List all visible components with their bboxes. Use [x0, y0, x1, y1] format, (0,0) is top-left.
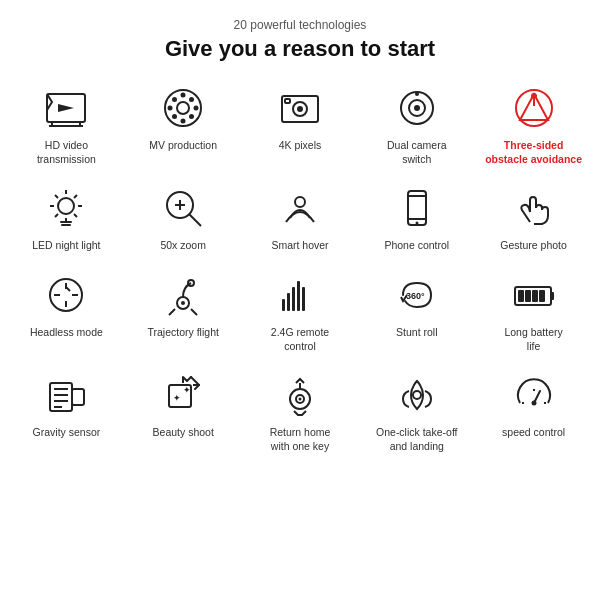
headless-mode-label: Headless mode	[30, 326, 103, 340]
svg-point-25	[58, 198, 74, 214]
long-battery-label: Long batterylife	[504, 326, 562, 353]
feature-mv-production: MV production	[127, 78, 240, 170]
svg-point-7	[181, 119, 186, 124]
dual-camera-icon	[391, 82, 443, 134]
feature-2g-remote: 2.4G remotecontrol	[244, 265, 357, 357]
return-home-icon	[274, 369, 326, 421]
svg-line-37	[189, 214, 201, 226]
feature-headless-mode: Headless mode	[10, 265, 123, 357]
svg-rect-56	[292, 287, 295, 311]
2g-remote-icon	[274, 269, 326, 321]
svg-rect-64	[532, 290, 538, 302]
svg-point-13	[189, 114, 194, 119]
svg-rect-17	[285, 99, 290, 103]
feature-4k-pixels: 4K pixels	[244, 78, 357, 170]
svg-rect-61	[551, 292, 554, 300]
feature-one-click: One-click take-offand landing	[360, 365, 473, 457]
svg-point-20	[414, 105, 420, 111]
feature-return-home: Return homewith one key	[244, 365, 357, 457]
phone-control-label: Phone control	[384, 239, 449, 253]
svg-rect-54	[282, 299, 285, 311]
beauty-shoot-label: Beauty shoot	[153, 426, 214, 440]
svg-rect-67	[72, 389, 84, 405]
svg-point-79	[298, 398, 301, 401]
feature-smart-hover: Smart hover	[244, 178, 357, 257]
smart-hover-label: Smart hover	[271, 239, 328, 253]
svg-point-11	[189, 97, 194, 102]
svg-rect-65	[539, 290, 545, 302]
return-home-label: Return homewith one key	[270, 426, 331, 453]
2g-remote-label: 2.4G remotecontrol	[271, 326, 329, 353]
svg-point-80	[413, 391, 421, 399]
svg-point-12	[172, 114, 177, 119]
svg-line-33	[55, 214, 58, 217]
svg-rect-63	[525, 290, 531, 302]
speed-control-label: speed control	[502, 426, 565, 440]
svg-rect-62	[518, 290, 524, 302]
svg-point-16	[297, 106, 303, 112]
svg-line-30	[55, 195, 58, 198]
headless-mode-icon	[40, 269, 92, 321]
svg-point-82	[531, 401, 536, 406]
4k-pixels-label: 4K pixels	[279, 139, 322, 153]
svg-point-40	[295, 197, 305, 207]
feature-led-night: LED night light	[10, 178, 123, 257]
svg-point-6	[181, 93, 186, 98]
svg-line-31	[74, 214, 77, 217]
feature-gesture-photo: Gesture photo	[477, 178, 590, 257]
svg-text:360°: 360°	[406, 291, 425, 301]
phone-control-icon	[391, 182, 443, 234]
hd-video-icon	[40, 82, 92, 134]
dual-camera-label: Dual cameraswitch	[387, 139, 447, 166]
hd-video-label: HD videotransmission	[37, 139, 96, 166]
gravity-sensor-icon	[40, 369, 92, 421]
svg-line-50	[66, 287, 70, 291]
svg-rect-57	[297, 281, 300, 311]
svg-text:✦: ✦	[183, 385, 191, 395]
led-night-label: LED night light	[32, 239, 100, 253]
feature-phone-control: Phone control	[360, 178, 473, 257]
feature-50x-zoom: 50x zoom	[127, 178, 240, 257]
feature-trajectory-flight: Trajectory flight	[127, 265, 240, 357]
svg-rect-58	[302, 287, 305, 311]
svg-point-9	[194, 106, 199, 111]
gravity-sensor-label: Gravity sensor	[33, 426, 101, 440]
trajectory-flight-icon	[157, 269, 209, 321]
svg-point-52	[181, 301, 185, 305]
svg-point-23	[531, 93, 537, 99]
svg-text:✦: ✦	[173, 393, 181, 403]
gesture-photo-label: Gesture photo	[500, 239, 567, 253]
mv-production-icon	[157, 82, 209, 134]
beauty-shoot-icon: ✦ ✦	[157, 369, 209, 421]
svg-point-44	[415, 222, 418, 225]
svg-rect-55	[287, 293, 290, 311]
trajectory-flight-label: Trajectory flight	[148, 326, 219, 340]
svg-point-8	[168, 106, 173, 111]
gesture-photo-icon	[508, 182, 560, 234]
three-sided-icon	[508, 82, 560, 134]
mv-production-label: MV production	[149, 139, 217, 153]
50x-zoom-icon	[157, 182, 209, 234]
one-click-icon	[391, 369, 443, 421]
page-title: Give you a reason to start	[165, 36, 435, 62]
feature-speed-control: speed control	[477, 365, 590, 457]
feature-three-sided: Three-sidedobstacle avoidance	[477, 78, 590, 170]
page: 20 powerful technologies Give you a reas…	[0, 0, 600, 600]
stunt-roll-label: Stunt roll	[396, 326, 437, 340]
feature-dual-camera: Dual cameraswitch	[360, 78, 473, 170]
svg-point-10	[172, 97, 177, 102]
4k-pixels-icon	[274, 82, 326, 134]
one-click-label: One-click take-offand landing	[376, 426, 458, 453]
long-battery-icon	[508, 269, 560, 321]
page-subtitle: 20 powerful technologies	[234, 18, 367, 32]
svg-line-32	[74, 195, 77, 198]
svg-point-21	[415, 92, 419, 96]
smart-hover-icon	[274, 182, 326, 234]
feature-hd-video: HD videotransmission	[10, 78, 123, 170]
50x-zoom-label: 50x zoom	[160, 239, 206, 253]
speed-control-icon	[508, 369, 560, 421]
feature-long-battery: Long batterylife	[477, 265, 590, 357]
stunt-roll-icon: 360°	[391, 269, 443, 321]
three-sided-label: Three-sidedobstacle avoidance	[485, 139, 582, 166]
feature-gravity-sensor: Gravity sensor	[10, 365, 123, 457]
